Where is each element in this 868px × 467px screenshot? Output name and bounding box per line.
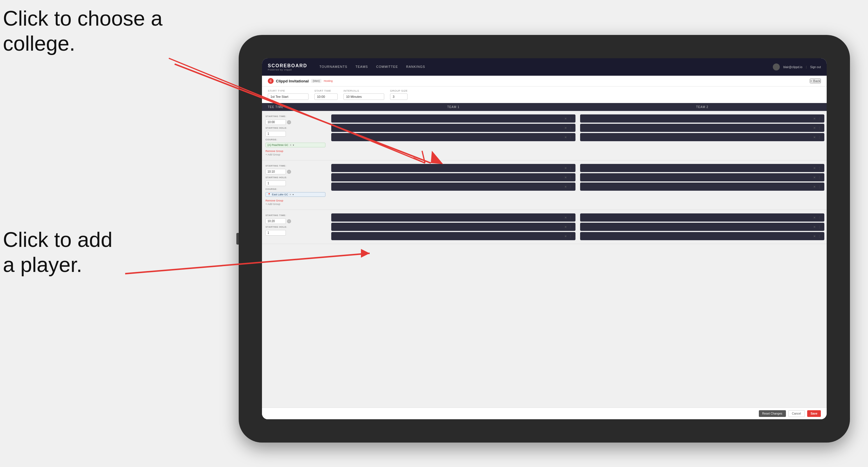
slot-expand-btn-1-t2-2[interactable]: ⋮ (817, 126, 822, 130)
team2-col-header: Team 2 (578, 105, 827, 108)
course-expand-1[interactable]: ▾ (293, 144, 294, 147)
slot-x-3-t1-3[interactable]: ✕ (564, 235, 567, 238)
tab-teams[interactable]: TEAMS (352, 63, 371, 71)
remove-group-1[interactable]: Remove Group (266, 150, 326, 153)
starting-time-input-1[interactable] (266, 119, 286, 125)
annotation-top-line1: Click to choose a (3, 7, 162, 30)
starting-time-input-2[interactable] (266, 169, 286, 175)
add-group-1[interactable]: + Add Group (266, 153, 326, 156)
intervals-group: Intervals 10 Minutes (343, 89, 384, 100)
slot-x-2-t1-2[interactable]: ✕ (564, 176, 567, 179)
cancel-button[interactable]: Cancel (788, 410, 805, 417)
player-slot-2-t1-1[interactable]: ✕ ⋮ (331, 164, 576, 172)
add-group-2[interactable]: + Add Group (266, 203, 326, 206)
slot-x-3-t1-2[interactable]: ✕ (564, 225, 567, 228)
slot-x-3-t2-3[interactable]: ✕ (813, 235, 816, 238)
intervals-select[interactable]: 10 Minutes (343, 93, 384, 100)
player-slot-controls-2-t2-3: ✕ ⋮ (813, 185, 822, 188)
slot-x-2-t1-1[interactable]: ✕ (564, 166, 567, 170)
group-size-label: Group Size (390, 89, 407, 92)
course-tag-2[interactable]: 📍 East Lake GC ✕ ▾ (266, 192, 326, 197)
slot-e-2-t2-1[interactable]: ⋮ (817, 166, 822, 170)
player-slot-3-t1-2[interactable]: ✕ ⋮ (331, 223, 576, 231)
starting-time-input-3[interactable] (266, 218, 286, 224)
tab-committee[interactable]: COMMITTEE (373, 63, 401, 71)
slot-x-3-t1-1[interactable]: ✕ (564, 216, 567, 219)
slot-x-2-t2-3[interactable]: ✕ (813, 185, 816, 188)
player-slot-3-t2-3[interactable]: ✕ ⋮ (580, 232, 824, 240)
slot-e-3-t2-1[interactable]: ⋮ (817, 216, 822, 219)
slot-x-btn-1-t2-2[interactable]: ✕ (813, 126, 816, 130)
tee-group-1-team1: ✕ ⋮ ✕ ⋮ (329, 113, 578, 158)
tournament-gender-badge: (Men) (311, 79, 322, 83)
player-slot-2-t1-2[interactable]: ✕ ⋮ (331, 173, 576, 181)
slot-x-btn-1-t2-1[interactable]: ✕ (813, 117, 816, 120)
slot-x-2-t2-2[interactable]: ✕ (813, 176, 816, 179)
player-slot-1-t2-2[interactable]: ✕ ⋮ (580, 124, 824, 132)
starting-hole-input-1[interactable] (266, 131, 286, 136)
slot-x-2-t2-1[interactable]: ✕ (813, 166, 816, 170)
back-button[interactable]: < Back (810, 79, 821, 83)
slot-expand-btn-1-t1-1[interactable]: ⋮ (568, 117, 572, 120)
slot-expand-btn-1-t2-3[interactable]: ⋮ (817, 136, 822, 139)
remove-group-2[interactable]: Remove Group (266, 199, 326, 202)
action-links-1: Remove Group + Add Group (266, 150, 326, 156)
slot-e-2-t1-3[interactable]: ⋮ (568, 185, 572, 188)
player-slot-1-t2-3[interactable]: ✕ ⋮ (580, 133, 824, 141)
player-slot-1-t2-1[interactable]: ✕ ⋮ (580, 115, 824, 123)
slot-e-3-t2-3[interactable]: ⋮ (817, 235, 822, 238)
start-type-label: Start Type (268, 89, 309, 92)
group-size-group: Group Size 3 (390, 89, 407, 100)
player-slot-3-t2-2[interactable]: ✕ ⋮ (580, 223, 824, 231)
starting-time-label-3: STARTING TIME: (266, 214, 326, 217)
slot-expand-btn-1-t1-2[interactable]: ⋮ (568, 126, 572, 130)
slot-e-2-t2-3[interactable]: ⋮ (817, 185, 822, 188)
player-slot-2-t2-3[interactable]: ✕ ⋮ (580, 183, 824, 191)
slot-x-2-t1-3[interactable]: ✕ (564, 185, 567, 188)
course-label-2: COURSE: (266, 188, 326, 190)
slot-x-3-t2-2[interactable]: ✕ (813, 225, 816, 228)
slot-e-3-t1-2[interactable]: ⋮ (568, 225, 572, 228)
start-time-input[interactable] (314, 93, 338, 100)
player-slot-1-t1-3[interactable]: ✕ ⋮ (331, 133, 576, 141)
starting-hole-input-2[interactable] (266, 181, 286, 186)
tab-rankings[interactable]: RANKINGS (403, 63, 429, 71)
start-type-select[interactable]: 1st Tee Start (268, 93, 309, 100)
starting-time-label-1: STARTING TIME: (266, 115, 326, 118)
slot-e-3-t2-2[interactable]: ⋮ (817, 225, 822, 228)
slot-x-btn-1-t1-3[interactable]: ✕ (564, 136, 567, 139)
player-slot-controls-2-t1-1: ✕ ⋮ (564, 166, 572, 170)
slot-e-2-t1-1[interactable]: ⋮ (568, 166, 572, 170)
slot-expand-btn-1-t1-3[interactable]: ⋮ (568, 136, 572, 139)
group-size-select[interactable]: 3 (390, 93, 407, 100)
slot-e-2-t2-2[interactable]: ⋮ (817, 176, 822, 179)
course-tag-1[interactable]: (A) Peachtree GC ✕ ▾ (266, 143, 326, 147)
slot-e-2-t1-2[interactable]: ⋮ (568, 176, 572, 179)
slot-x-btn-1-t1-1[interactable]: ✕ (564, 117, 567, 120)
player-slot-1-t1-2[interactable]: ✕ ⋮ (331, 124, 576, 132)
player-slot-1-t1-1[interactable]: ✕ ⋮ (331, 115, 576, 123)
starting-hole-input-3[interactable] (266, 230, 286, 236)
slot-x-btn-1-t2-3[interactable]: ✕ (813, 136, 816, 139)
course-expand-2[interactable]: ▾ (292, 193, 294, 196)
course-remove-1[interactable]: ✕ (290, 144, 292, 147)
slot-expand-btn-1-t2-1[interactable]: ⋮ (817, 117, 822, 120)
player-slot-3-t1-3[interactable]: ✕ ⋮ (331, 232, 576, 240)
player-slot-controls-3-t1-2: ✕ ⋮ (564, 225, 572, 228)
slot-x-btn-1-t1-2[interactable]: ✕ (564, 126, 567, 130)
tee-group-3-team2: ✕ ⋮ ✕ ⋮ (578, 212, 827, 241)
course-remove-2[interactable]: ✕ (289, 193, 291, 196)
player-slot-3-t1-1[interactable]: ✕ ⋮ (331, 213, 576, 222)
player-slot-2-t2-1[interactable]: ✕ ⋮ (580, 164, 824, 172)
slot-e-3-t1-3[interactable]: ⋮ (568, 235, 572, 238)
player-slot-2-t2-2[interactable]: ✕ ⋮ (580, 173, 824, 181)
slot-x-3-t2-1[interactable]: ✕ (813, 216, 816, 219)
player-slot-2-t1-3[interactable]: ✕ ⋮ (331, 183, 576, 191)
sign-out-link[interactable]: Sign out (810, 65, 821, 69)
slot-e-3-t1-1[interactable]: ⋮ (568, 216, 572, 219)
save-button[interactable]: Save (807, 410, 821, 417)
player-slot-3-t2-1[interactable]: ✕ ⋮ (580, 213, 824, 222)
reset-changes-button[interactable]: Reset Changes (759, 410, 786, 417)
tee-group-3-team1: ✕ ⋮ ✕ ⋮ (329, 212, 578, 241)
tab-tournaments[interactable]: TOURNAMENTS (316, 63, 351, 71)
